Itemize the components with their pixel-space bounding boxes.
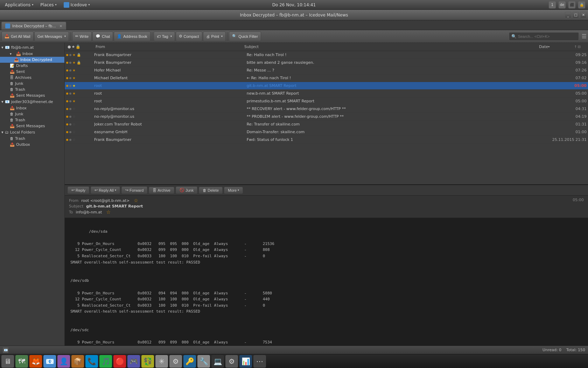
contacts-icon: 👤 bbox=[59, 357, 68, 366]
email-row[interactable]: ☆ no-reply@monitor.us ** PROBLEM alert -… bbox=[65, 113, 588, 121]
print-button[interactable]: 🖨 Print ▾ bbox=[203, 32, 226, 41]
chat-button[interactable]: 💬 Chat bbox=[92, 32, 113, 41]
star-flag[interactable]: ★ bbox=[72, 84, 76, 88]
col-header-from[interactable]: From bbox=[94, 45, 243, 49]
preview-subject-line: Subject git.b-nm.at SMART Report bbox=[69, 204, 573, 209]
star-flag[interactable]: ☆ bbox=[72, 122, 76, 126]
search-input[interactable] bbox=[518, 34, 574, 39]
star-flag[interactable]: ☆ bbox=[72, 130, 76, 134]
star-flag[interactable]: ☆ bbox=[72, 115, 76, 118]
taskbar-app-asterisk[interactable]: ✳ bbox=[155, 355, 168, 368]
account-fb-bnm[interactable]: ▾ 📧 fb@b-nm.at bbox=[0, 44, 64, 51]
sidebar-item-sent-messages[interactable]: 📤 Sent Messages bbox=[0, 93, 64, 98]
taskbar-app-vpn[interactable]: 🔑 bbox=[183, 355, 196, 368]
star-flag[interactable]: ☆ bbox=[72, 138, 76, 142]
sidebar-item-jodler-trash[interactable]: 🗑 Trash bbox=[0, 117, 64, 123]
write-button[interactable]: ✏ Write bbox=[72, 32, 92, 41]
outbox-icon: 📤 bbox=[10, 142, 15, 147]
tab-close-button[interactable]: ✕ bbox=[59, 24, 62, 28]
sidebar-item-local-trash[interactable]: 🗑 Trash bbox=[0, 136, 64, 142]
sidebar-item-sent[interactable]: 📤 Sent bbox=[0, 69, 64, 75]
get-all-mail-button[interactable]: 📥 Get All Mail bbox=[1, 32, 34, 41]
more-button[interactable]: More ▾ bbox=[224, 187, 243, 194]
star-flag[interactable]: ★ bbox=[72, 99, 76, 103]
menu-icon[interactable]: ☰ bbox=[582, 33, 587, 40]
sidebar-item-jodler-junk[interactable]: 🗑 Junk bbox=[0, 111, 64, 117]
taskbar-app-terminal[interactable]: 💻 bbox=[211, 355, 224, 368]
forward-button[interactable]: ↪ Forward bbox=[121, 186, 147, 194]
taskbar-app-package[interactable]: 📦 bbox=[71, 355, 84, 368]
applications-menu[interactable]: Applications ▾ bbox=[3, 1, 35, 8]
star-flag[interactable]: ★ bbox=[72, 61, 76, 64]
account-jodler[interactable]: ▾ 📧 jodler303@freenet.de bbox=[0, 98, 64, 105]
minimize-button[interactable]: _ bbox=[565, 12, 571, 18]
email-row[interactable]: ★ Hofer Michael Re: Messe ... ? 07:26 bbox=[65, 67, 588, 74]
taskbar-app-files[interactable]: 🖥 bbox=[1, 355, 14, 368]
sidebar-item-inbox-decrypted[interactable]: 📥 Inbox Decrypted bbox=[0, 57, 64, 63]
tab-inbox-decrypted[interactable]: Inbox Decrypted – fb... ✕ bbox=[1, 22, 66, 30]
junk-button[interactable]: 🚫 Junk bbox=[176, 186, 197, 194]
taskbar-app-contacts[interactable]: 👤 bbox=[57, 355, 70, 368]
taskbar-app-game[interactable]: 🎮 bbox=[127, 355, 140, 368]
taskbar-app-monitor[interactable]: 📊 bbox=[239, 355, 252, 368]
col-header-subject[interactable]: Subject bbox=[243, 45, 538, 49]
taskbar-app-skype[interactable]: 📞 bbox=[85, 355, 98, 368]
email-row[interactable]: ☆ Frank Baumgartner Fwd: Status of funlo… bbox=[65, 136, 588, 144]
tag-button[interactable]: 🏷 Tag ▾ bbox=[154, 32, 175, 41]
reply-button[interactable]: ↩ Reply bbox=[68, 186, 89, 194]
account-local-folders[interactable]: ▾ 🗂 Local Folders bbox=[0, 129, 64, 136]
sidebar-item-junk[interactable]: 🗑 Junk bbox=[0, 81, 64, 87]
col-header-flags[interactable]: ● ★ 🔒 bbox=[66, 45, 94, 49]
taskbar-app-settings[interactable]: ⚙ bbox=[169, 355, 182, 368]
taskbar-app-exchange[interactable]: 💱 bbox=[141, 355, 154, 368]
compact-button[interactable]: ⚙ Compact bbox=[176, 32, 202, 41]
sidebar-item-jodler-inbox[interactable]: 📥 Inbox bbox=[0, 105, 64, 111]
email-row[interactable]: ★ root primestudio.b-nm.at SMART Report … bbox=[65, 97, 588, 105]
encrypt-flag: 🔒 bbox=[77, 53, 81, 57]
get-messages-button[interactable]: Get Messages ▾ bbox=[34, 32, 69, 41]
email-row[interactable]: ☆ easyname GmbH Domain-Transfer: skailin… bbox=[65, 128, 588, 136]
email-row[interactable]: ☆ no-reply@monitor.us ** RECOVERY alert … bbox=[65, 105, 588, 113]
sidebar-item-archives[interactable]: 🗄 Archives bbox=[0, 75, 64, 81]
preview-star-button[interactable]: ☆ bbox=[134, 198, 138, 203]
taskbar-app-browser[interactable]: 🦊 bbox=[29, 355, 42, 368]
star-flag[interactable]: ★ bbox=[72, 53, 76, 57]
sidebar-item-outbox[interactable]: 📤 Outbox bbox=[0, 142, 64, 148]
email-row[interactable]: ☆ Joker.com Transfer Robot Re: Transfer … bbox=[65, 121, 588, 128]
reply-all-button[interactable]: ↩ Reply All ▾ bbox=[91, 186, 120, 194]
email-flags: ☆ bbox=[66, 122, 94, 126]
preview-to-star[interactable]: ☆ bbox=[106, 209, 111, 215]
email-row[interactable]: ★ root new.b-nm.at SMART Report 05:00 bbox=[65, 90, 588, 97]
taskbar-app-config[interactable]: ⚙ bbox=[225, 355, 238, 368]
delete-button[interactable]: 🗑 Delete bbox=[199, 187, 223, 194]
search-bar[interactable]: 🔍 bbox=[509, 32, 579, 41]
archive-button[interactable]: 🗄 Archive bbox=[149, 187, 174, 194]
close-button[interactable]: ✕ bbox=[580, 12, 587, 18]
email-subject: ** PROBLEM alert - www.felder-group.com/… bbox=[247, 114, 552, 119]
taskbar-app-mail[interactable]: 📧 bbox=[43, 355, 56, 368]
sidebar-item-inbox[interactable]: ▾ 📥 Inbox bbox=[0, 51, 64, 57]
taskbar-app-maps[interactable]: 🗺 bbox=[15, 355, 28, 368]
compact-icon: ⚙ bbox=[179, 34, 182, 39]
star-flag[interactable]: ★ bbox=[72, 91, 76, 95]
address-book-button[interactable]: 👤 Address Book bbox=[114, 32, 150, 41]
taskbar-app-tools[interactable]: 🔧 bbox=[197, 355, 210, 368]
sidebar-item-drafts[interactable]: 📝 Drafts bbox=[0, 63, 64, 69]
star-flag[interactable]: ☆ bbox=[72, 107, 76, 111]
col-header-date[interactable]: Date ▾ bbox=[538, 45, 573, 49]
quick-filter-button[interactable]: 🔍 Quick Filter bbox=[229, 32, 261, 41]
star-flag[interactable]: ★ bbox=[72, 68, 76, 72]
sidebar-item-jodler-sent[interactable]: 📤 Sent Messages bbox=[0, 123, 64, 129]
email-row[interactable]: ★ 🔒 Frank Baumgartner Re: Hallo nach Tir… bbox=[65, 51, 588, 59]
taskbar-app-music[interactable]: 🎵 bbox=[99, 355, 112, 368]
maximize-button[interactable]: □ bbox=[573, 12, 579, 18]
email-row[interactable]: ★ Michael Dellefant ← Re: Hallo nach Tir… bbox=[65, 74, 588, 82]
email-row-selected[interactable]: ★ root git.b-nm.at SMART Report 05:00 bbox=[65, 82, 588, 90]
icedove-menu[interactable]: Icedove ▾ bbox=[62, 1, 92, 8]
email-row[interactable]: ★ 🔒 Frank Baumgartner bitte am abend 2 g… bbox=[65, 59, 588, 67]
places-menu[interactable]: Places ▾ bbox=[38, 1, 58, 8]
star-flag[interactable]: ★ bbox=[72, 76, 76, 80]
taskbar-app-media[interactable]: 🔴 bbox=[113, 355, 126, 368]
sidebar-item-trash[interactable]: 🗑 Trash bbox=[0, 87, 64, 93]
taskbar-app-grid[interactable]: ⋯ bbox=[253, 355, 266, 368]
